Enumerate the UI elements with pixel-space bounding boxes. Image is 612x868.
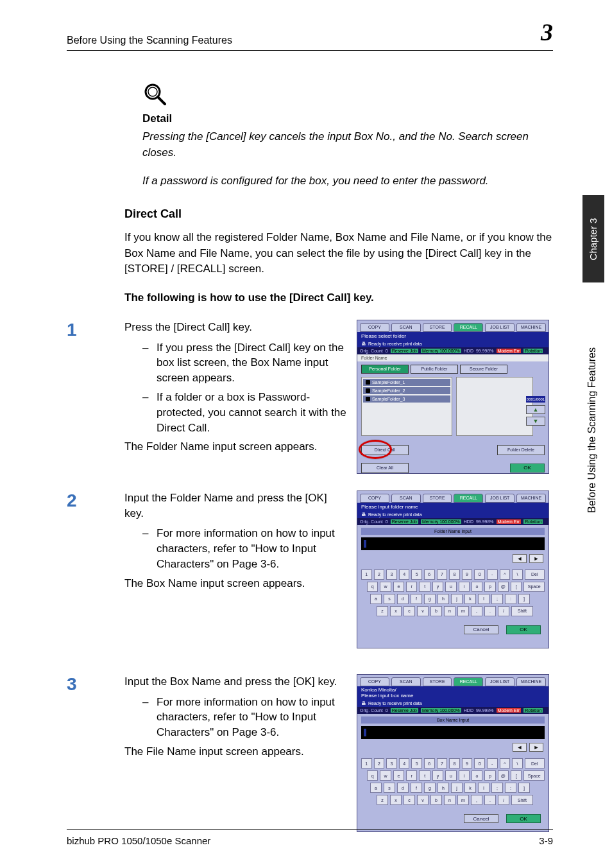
key[interactable]: y <box>432 770 443 781</box>
key[interactable]: . <box>484 795 496 805</box>
list-item[interactable]: SampleFolder_1 <box>363 379 450 386</box>
key[interactable]: [ <box>511 770 522 781</box>
key[interactable]: c <box>404 795 415 805</box>
key[interactable]: 7 <box>437 758 448 768</box>
key[interactable]: g <box>424 594 436 604</box>
key[interactable]: 3 <box>386 569 397 580</box>
key[interactable]: ; <box>491 783 503 793</box>
ok-button[interactable]: OK <box>506 814 541 823</box>
key[interactable]: 7 <box>437 569 448 580</box>
key[interactable]: - <box>487 569 498 580</box>
key-space[interactable]: Space <box>523 582 545 592</box>
key[interactable]: @ <box>498 770 509 781</box>
key[interactable]: l <box>478 783 489 793</box>
tab-scan[interactable]: SCAN <box>391 494 421 503</box>
key[interactable]: 4 <box>399 569 410 580</box>
key[interactable]: t <box>419 770 430 781</box>
key[interactable]: y <box>432 582 443 592</box>
key[interactable]: q <box>367 582 378 592</box>
key[interactable]: \ <box>512 758 523 768</box>
key[interactable]: [ <box>511 582 522 592</box>
key[interactable]: x <box>390 606 402 616</box>
key[interactable]: s <box>384 783 395 793</box>
ok-button[interactable]: OK <box>506 625 541 634</box>
tab-machine[interactable]: MACHINE <box>516 494 546 503</box>
tab-copy[interactable]: COPY <box>360 677 389 686</box>
key[interactable]: z <box>377 795 388 805</box>
key[interactable]: 8 <box>449 569 460 580</box>
key[interactable]: ] <box>518 594 530 604</box>
key[interactable]: u <box>445 582 456 592</box>
tab-public-folder[interactable]: Public Folder <box>411 365 458 374</box>
page-up-button[interactable]: ▲ <box>526 405 545 414</box>
key[interactable]: x <box>390 795 402 805</box>
key[interactable]: 9 <box>462 569 473 580</box>
tab-recall[interactable]: RECALL <box>454 494 483 503</box>
key[interactable]: ] <box>518 783 530 793</box>
cursor-right-button[interactable]: ► <box>529 743 543 752</box>
key-shift[interactable]: Shift <box>511 606 533 616</box>
tab-store[interactable]: STORE <box>423 323 452 332</box>
key[interactable]: 2 <box>374 569 385 580</box>
key[interactable]: a <box>370 783 382 793</box>
key[interactable]: o <box>472 582 482 592</box>
key[interactable]: - <box>487 758 498 768</box>
key[interactable]: t <box>419 582 430 592</box>
key[interactable]: 9 <box>462 758 473 768</box>
key[interactable]: 0 <box>474 758 485 768</box>
key[interactable]: r <box>406 582 417 592</box>
tab-recall[interactable]: RECALL <box>454 323 483 332</box>
ok-button[interactable]: OK <box>510 464 545 473</box>
key[interactable]: w <box>380 582 391 592</box>
key[interactable]: w <box>380 770 391 781</box>
key[interactable]: / <box>498 795 509 805</box>
key[interactable]: c <box>404 606 415 616</box>
key[interactable]: p <box>484 770 495 781</box>
key[interactable]: 6 <box>424 569 435 580</box>
key[interactable]: j <box>451 783 463 793</box>
key[interactable]: , <box>471 795 482 805</box>
key[interactable]: j <box>451 594 463 604</box>
tab-copy[interactable]: COPY <box>360 494 389 503</box>
clear-all-button[interactable]: Clear All <box>361 463 409 473</box>
key[interactable]: h <box>438 783 449 793</box>
key[interactable]: b <box>430 606 442 616</box>
list-item[interactable]: SampleFolder_3 <box>363 395 450 403</box>
key[interactable]: 3 <box>386 758 397 768</box>
tab-machine[interactable]: MACHINE <box>516 677 546 686</box>
key[interactable]: z <box>377 606 388 616</box>
key[interactable]: e <box>393 770 404 781</box>
tab-joblist[interactable]: JOB LIST <box>485 494 514 503</box>
tab-store[interactable]: STORE <box>423 677 452 686</box>
key-del[interactable]: Del <box>525 569 545 580</box>
key[interactable]: : <box>505 594 516 604</box>
page-down-button[interactable]: ▼ <box>526 417 545 426</box>
tab-secure-folder[interactable]: Secure Folder <box>460 365 507 374</box>
key[interactable]: v <box>417 795 429 805</box>
key[interactable]: s <box>384 594 395 604</box>
tab-scan[interactable]: SCAN <box>391 677 421 686</box>
cursor-right-button[interactable]: ► <box>529 554 543 563</box>
tab-joblist[interactable]: JOB LIST <box>485 677 514 686</box>
tab-copy[interactable]: COPY <box>360 323 389 332</box>
key-shift[interactable]: Shift <box>511 795 533 805</box>
key[interactable]: 6 <box>424 758 435 768</box>
key[interactable]: m <box>457 606 469 616</box>
key[interactable]: d <box>397 594 409 604</box>
tab-personal-folder[interactable]: Personal Folder <box>361 365 409 374</box>
list-item[interactable]: SampleFolder_2 <box>363 387 450 394</box>
key[interactable]: 1 <box>361 569 372 580</box>
folder-delete-button[interactable]: Folder Delete <box>497 445 545 455</box>
key[interactable]: \ <box>512 569 523 580</box>
cursor-left-button[interactable]: ◄ <box>513 743 527 752</box>
key[interactable]: h <box>438 594 449 604</box>
cancel-button[interactable]: Cancel <box>464 625 498 634</box>
key[interactable]: l <box>478 594 489 604</box>
key[interactable]: 0 <box>474 569 485 580</box>
key[interactable]: v <box>417 606 429 616</box>
tab-scan[interactable]: SCAN <box>391 323 421 332</box>
tab-recall[interactable]: RECALL <box>454 677 483 686</box>
key[interactable]: p <box>484 582 495 592</box>
key[interactable]: 5 <box>411 758 422 768</box>
key[interactable]: / <box>498 606 509 616</box>
